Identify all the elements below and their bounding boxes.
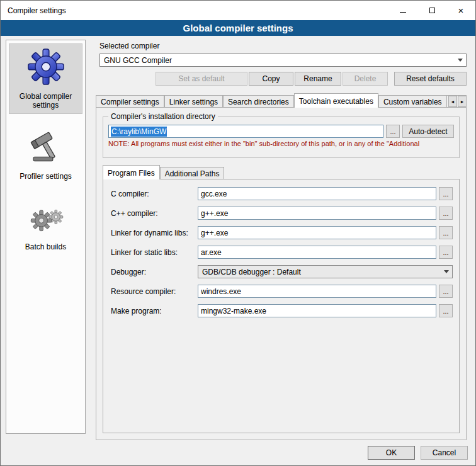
- debugger-label: Debugger:: [111, 268, 198, 276]
- tab-label: Linker settings: [169, 98, 218, 106]
- close-icon: ×: [458, 6, 464, 15]
- subtab-program-files[interactable]: Program Files: [103, 165, 160, 179]
- linker-dynamic-label: Linker for dynamic libs:: [111, 229, 198, 237]
- install-dir-browse-button[interactable]: ...: [386, 125, 400, 138]
- sidebar-item-batch-builds[interactable]: Batch builds: [9, 195, 82, 255]
- ok-button[interactable]: OK: [368, 446, 415, 460]
- compiler-actions: Set as default Copy Rename Delete Reset …: [99, 72, 467, 86]
- cancel-button[interactable]: Cancel: [421, 446, 468, 460]
- copy-button[interactable]: Copy: [249, 72, 293, 86]
- selected-compiler-value: GNU GCC Compiler: [104, 56, 455, 65]
- sidebar-item-global-compiler-settings[interactable]: Global compiler settings: [9, 43, 82, 114]
- titlebar: Compiler settings ×: [1, 1, 475, 20]
- sidebar-item-label: Global compiler settings: [16, 92, 76, 110]
- form-row-make-program: Make program: ...: [111, 304, 453, 317]
- form-row-debugger: Debugger: GDB/CDB debugger : Default: [111, 265, 453, 278]
- minimize-button[interactable]: [388, 1, 417, 20]
- install-dir-selected-text: C:\raylib\MinGW: [111, 127, 167, 137]
- c-compiler-browse-button[interactable]: ...: [439, 187, 453, 200]
- make-program-browse-button[interactable]: ...: [439, 304, 453, 317]
- dialog-header: Global compiler settings: [1, 20, 475, 36]
- form-row-linker-dynamic: Linker for dynamic libs: ...: [111, 226, 453, 239]
- linker-static-input[interactable]: [198, 246, 436, 259]
- arrow-right-icon: ►: [460, 99, 465, 104]
- minimize-icon: [400, 12, 406, 13]
- program-files-panel: C compiler: ... C++ compiler: ... Linker…: [103, 179, 460, 433]
- sidebar-item-label: Profiler settings: [20, 172, 72, 181]
- installation-directory-group-title: Compiler's installation directory: [108, 112, 218, 121]
- tab-scroll-left-button[interactable]: ◄: [448, 96, 457, 107]
- linker-dynamic-input[interactable]: [198, 226, 436, 239]
- settings-category-list: Global compiler settings Profiler settin…: [6, 40, 86, 434]
- cpp-compiler-label: C++ compiler:: [111, 209, 198, 218]
- window-title: Compiler settings: [1, 6, 388, 15]
- tab-label: Toolchain executables: [299, 97, 373, 106]
- subtab-label: Program Files: [108, 169, 155, 178]
- c-compiler-label: C compiler:: [111, 190, 198, 198]
- selected-compiler-dropdown[interactable]: GNU GCC Compiler: [99, 54, 467, 67]
- form-row-cpp-compiler: C++ compiler: ...: [111, 207, 453, 220]
- tab-compiler-settings[interactable]: Compiler settings: [96, 95, 164, 108]
- gear-icon: [26, 47, 65, 87]
- settings-tabs: Compiler settings Linker settings Search…: [96, 93, 467, 108]
- linker-static-label: Linker for static libs:: [111, 248, 198, 257]
- window-controls: ×: [388, 1, 475, 20]
- set-as-default-button[interactable]: Set as default: [156, 72, 247, 86]
- linker-dynamic-browse-button[interactable]: ...: [439, 226, 453, 239]
- debugger-dropdown[interactable]: GDB/CDB debugger : Default: [198, 265, 453, 278]
- make-program-input[interactable]: [198, 304, 436, 317]
- selected-compiler-label: Selected compiler: [99, 42, 159, 50]
- rename-button[interactable]: Rename: [295, 72, 341, 86]
- maximize-icon: [429, 8, 435, 13]
- dialog-footer: OK Cancel: [368, 446, 468, 460]
- reset-defaults-button[interactable]: Reset defaults: [394, 72, 467, 86]
- resource-compiler-input[interactable]: [198, 285, 436, 298]
- profiler-icon: [28, 127, 64, 167]
- main-panel: Selected compiler GNU GCC Compiler Set a…: [92, 38, 472, 440]
- sidebar-item-profiler-settings[interactable]: Profiler settings: [9, 124, 82, 185]
- cpp-compiler-input[interactable]: [198, 207, 436, 220]
- make-program-label: Make program:: [111, 307, 198, 315]
- tab-scroll-right-button[interactable]: ►: [458, 96, 467, 107]
- subtab-additional-paths[interactable]: Additional Paths: [160, 167, 225, 179]
- form-row-linker-static: Linker for static libs: ...: [111, 246, 453, 259]
- compiler-settings-window: Compiler settings × Global compiler sett…: [0, 0, 476, 466]
- install-dir-note: NOTE: All programs must exist either in …: [108, 140, 454, 147]
- tab-toolchain-executables[interactable]: Toolchain executables: [294, 93, 378, 108]
- close-button[interactable]: ×: [446, 1, 475, 20]
- resource-compiler-label: Resource compiler:: [111, 287, 198, 296]
- tab-custom-variables[interactable]: Custom variables: [378, 95, 447, 108]
- debugger-value: GDB/CDB debugger : Default: [202, 268, 441, 276]
- tab-linker-settings[interactable]: Linker settings: [164, 95, 223, 108]
- c-compiler-input[interactable]: [198, 187, 436, 200]
- tab-scroll-controls: ◄ ►: [447, 96, 467, 107]
- chevron-down-icon: [455, 54, 466, 66]
- resource-compiler-browse-button[interactable]: ...: [439, 285, 453, 298]
- cpp-compiler-browse-button[interactable]: ...: [439, 207, 453, 220]
- maximize-button[interactable]: [417, 1, 446, 20]
- arrow-left-icon: ◄: [451, 99, 455, 104]
- toolchain-executables-page: Compiler's installation directory C:\ray…: [96, 107, 467, 440]
- linker-static-browse-button[interactable]: ...: [439, 246, 453, 259]
- tab-label: Compiler settings: [101, 98, 159, 106]
- tab-label: Custom variables: [383, 98, 442, 106]
- sidebar-item-label: Batch builds: [25, 242, 66, 251]
- tab-label: Search directories: [228, 98, 289, 106]
- batch-builds-icon: [28, 197, 64, 237]
- tab-search-directories[interactable]: Search directories: [223, 95, 294, 108]
- auto-detect-button[interactable]: Auto-detect: [402, 125, 454, 138]
- dialog-title: Global compiler settings: [183, 23, 293, 33]
- toolchain-subtabs: Program Files Additional Paths: [103, 166, 460, 179]
- chevron-down-icon: [441, 266, 452, 278]
- delete-button[interactable]: Delete: [343, 72, 388, 86]
- form-row-c-compiler: C compiler: ...: [111, 187, 453, 200]
- form-row-resource-compiler: Resource compiler: ...: [111, 285, 453, 298]
- install-dir-input[interactable]: C:\raylib\MinGW: [108, 125, 383, 138]
- subtab-label: Additional Paths: [165, 169, 220, 178]
- installation-directory-group: Compiler's installation directory C:\ray…: [103, 116, 460, 158]
